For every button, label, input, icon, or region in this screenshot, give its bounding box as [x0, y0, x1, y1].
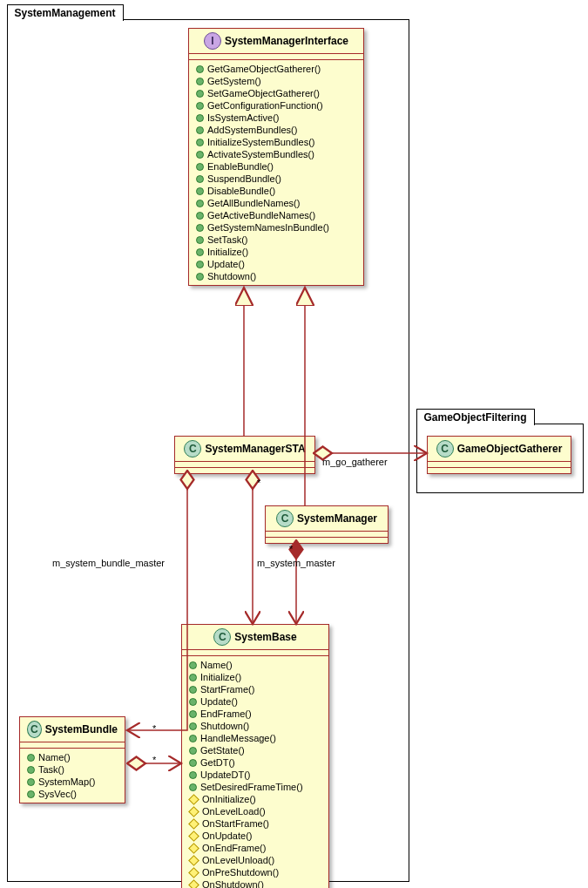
method: EndFrame() — [200, 708, 252, 720]
package-tab: GameObjectFiltering — [416, 409, 535, 425]
method: DisableBundle() — [207, 185, 275, 197]
method: StartFrame() — [200, 683, 254, 695]
method: Initialize() — [200, 671, 241, 683]
method: OnPreShutdown() — [202, 866, 279, 878]
class-title: SystemManagerSTA — [205, 443, 305, 455]
method: OnUpdate() — [202, 830, 252, 842]
role-label: m_system_master — [257, 558, 335, 568]
method: SetGameObjectGatherer() — [207, 87, 320, 99]
multiplicity: * — [152, 723, 156, 734]
method: OnLevelLoad() — [202, 805, 266, 817]
class-icon: C — [184, 440, 201, 458]
class-title: SystemBase — [234, 631, 296, 643]
method: Name() — [38, 751, 71, 763]
method: GetGameObjectGatherer() — [207, 63, 321, 75]
class-system-manager-sta: C SystemManagerSTA — [174, 436, 315, 474]
package-tab: SystemManagement — [7, 4, 124, 21]
method: Task() — [38, 763, 64, 776]
class-title: SystemManager — [297, 512, 377, 525]
method: OnEndFrame() — [202, 842, 266, 854]
method-list: Name()Task()SystemMap()SysVec() — [20, 749, 125, 803]
method: SetTask() — [207, 234, 247, 246]
method: OnLevelUnload() — [202, 854, 274, 866]
method: GetSystem() — [207, 75, 261, 87]
method: AddSystemBundles() — [207, 124, 297, 136]
method: OnStartFrame() — [202, 817, 269, 830]
class-title: SystemBundle — [45, 723, 118, 735]
method: GetState() — [200, 744, 245, 756]
method-list: GetGameObjectGatherer()GetSystem()SetGam… — [189, 60, 363, 285]
method: Update() — [200, 695, 238, 708]
method: GetActiveBundleNames() — [207, 209, 315, 221]
method: GetConfigurationFunction() — [207, 99, 323, 112]
method: GetDT() — [200, 756, 235, 769]
method: Shutdown() — [200, 720, 249, 732]
method: HandleMessage() — [200, 732, 276, 744]
multiplicity: * — [289, 544, 293, 554]
method: Initialize() — [207, 246, 248, 258]
method: IsSystemActive() — [207, 112, 280, 124]
interface-icon: I — [204, 32, 221, 50]
method: UpdateDT() — [200, 769, 250, 781]
multiplicity: * — [257, 478, 260, 488]
method-list: Name()Initialize()StartFrame()Update()En… — [182, 656, 328, 888]
class-icon: C — [436, 440, 454, 458]
class-system-manager-interface: I SystemManagerInterface GetGameObjectGa… — [188, 28, 364, 286]
class-system-bundle: C SystemBundle Name()Task()SystemMap()Sy… — [19, 716, 125, 803]
method: SystemMap() — [38, 776, 95, 788]
method: InitializeSystemBundles() — [207, 136, 315, 148]
role-label: m_system_bundle_master — [52, 558, 165, 568]
method: Shutdown() — [207, 270, 256, 282]
method: OnShutdown() — [202, 878, 264, 888]
method: EnableBundle() — [207, 160, 274, 173]
class-icon: C — [276, 510, 294, 527]
multiplicity: * — [152, 755, 156, 765]
class-game-object-gatherer: C GameObjectGatherer — [427, 436, 571, 474]
method: GetAllBundleNames() — [207, 197, 300, 209]
class-title: SystemManagerInterface — [225, 35, 348, 47]
method: SysVec() — [38, 788, 77, 800]
class-icon: C — [213, 628, 231, 646]
method: SetDesiredFrameTime() — [200, 781, 303, 793]
method: Name() — [200, 659, 233, 671]
class-system-manager: C SystemManager — [265, 505, 389, 544]
method: GetSystemNamesInBundle() — [207, 221, 329, 234]
class-icon: C — [27, 721, 42, 738]
class-title: GameObjectGatherer — [457, 443, 563, 455]
class-system-base: C SystemBase Name()Initialize()StartFram… — [181, 624, 329, 888]
method: ActivateSystemBundles() — [207, 148, 314, 160]
method: OnInitialize() — [202, 793, 256, 805]
method: SuspendBundle() — [207, 173, 281, 185]
role-label: m_go_gatherer — [322, 457, 388, 467]
method: Update() — [207, 258, 245, 270]
